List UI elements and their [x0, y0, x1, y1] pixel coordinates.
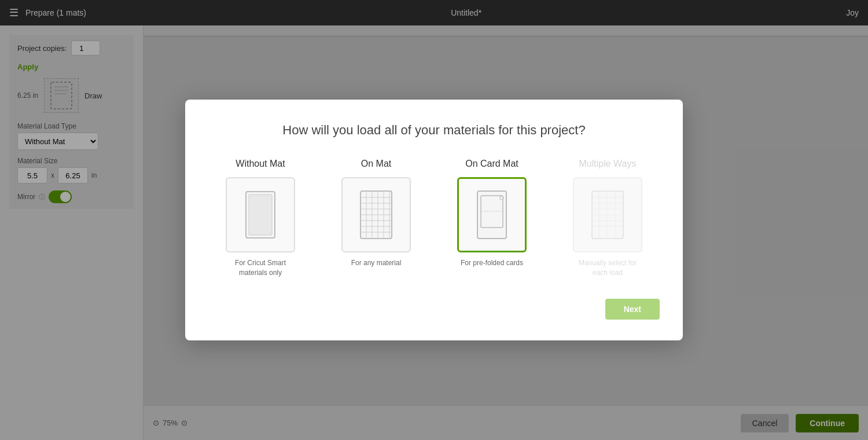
modal-footer: Next: [208, 299, 660, 320]
option-without-mat-desc: For Cricut Smart materials only: [229, 258, 292, 278]
modal-backdrop: How will you load all of your materials …: [0, 0, 868, 440]
option-on-card-mat-image: [457, 177, 527, 252]
modal-title: How will you load all of your materials …: [208, 123, 660, 138]
modal-next-button[interactable]: Next: [605, 299, 660, 320]
option-on-card-mat-desc: For pre-folded cards: [461, 258, 523, 268]
option-multiple-ways[interactable]: Multiple Ways: [556, 159, 660, 278]
option-multiple-ways-image: [573, 177, 642, 252]
option-multiple-ways-title: Multiple Ways: [579, 159, 637, 169]
on-mat-icon: [356, 189, 396, 241]
multiple-ways-icon: [587, 189, 628, 241]
option-without-mat-title: Without Mat: [236, 159, 285, 169]
option-without-mat-image: [226, 177, 295, 252]
option-on-card-mat[interactable]: On Card Mat For pre-folded cards: [440, 159, 544, 278]
option-on-mat-title: On Mat: [361, 159, 391, 169]
on-card-mat-icon: [472, 189, 512, 241]
option-without-mat[interactable]: Without Mat For Cricut Smart materials o…: [208, 159, 312, 278]
without-mat-icon: [240, 189, 281, 241]
svg-rect-6: [249, 195, 272, 235]
options-row: Without Mat For Cricut Smart materials o…: [208, 159, 660, 278]
option-on-mat-image: [341, 177, 411, 252]
option-multiple-ways-desc: Manually select for each load: [576, 258, 639, 278]
svg-rect-20: [477, 191, 506, 239]
option-on-card-mat-title: On Card Mat: [465, 159, 518, 169]
option-on-mat[interactable]: On Mat: [324, 159, 428, 278]
option-on-mat-desc: For any material: [351, 258, 402, 268]
load-material-modal: How will you load all of your materials …: [185, 100, 683, 340]
